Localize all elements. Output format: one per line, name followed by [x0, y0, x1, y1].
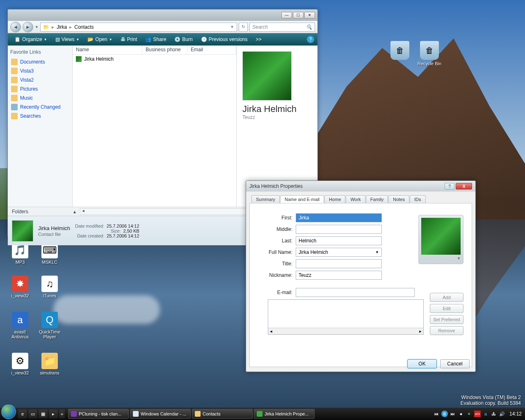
first-name-field[interactable]	[296, 213, 382, 222]
desktop-icon-mp3[interactable]: 🎵MP3	[6, 242, 34, 265]
ql-desktop[interactable]: ▭	[28, 409, 37, 418]
taskbar-clock[interactable]: 14:12	[509, 411, 522, 417]
address-bar[interactable]: 📁 ▸ Jirka ▸ Contacts ▼	[40, 23, 237, 32]
windows-watermark: Windows Vista (TM) Beta 2 Evaluation cop…	[461, 395, 521, 406]
email-pref-button[interactable]: Set Preferred	[430, 315, 463, 324]
back-button[interactable]: ◄	[10, 22, 21, 32]
contact-item[interactable]: Jirka Helmich	[73, 55, 236, 64]
breadcrumb-root[interactable]: Jirka	[57, 24, 67, 30]
tray-icon2[interactable]: ✶	[466, 411, 472, 417]
desktop-icon-itunes[interactable]: ♫iTunes	[35, 276, 64, 298]
start-button[interactable]	[1, 404, 16, 419]
desktop-icon-avast[interactable]: aavast! Antivirus	[6, 312, 34, 339]
cancel-button[interactable]: Cancel	[440, 359, 470, 368]
minimize-button[interactable]: —	[281, 12, 292, 18]
favlink-documents[interactable]: Documents	[10, 57, 70, 66]
email-list[interactable]: ◄►	[268, 299, 424, 335]
cmd-previous[interactable]: 🕓 Previous versions	[198, 35, 251, 43]
email-field[interactable]	[296, 288, 415, 297]
folder-icon: 📁	[43, 24, 49, 30]
desktop-icon-quicktime[interactable]: QQuickTime Player	[35, 312, 64, 339]
contact-picture	[242, 51, 292, 100]
middle-name-field[interactable]	[296, 225, 382, 234]
breadcrumb-folder[interactable]: Contacts	[74, 24, 94, 30]
tab-family[interactable]: Family	[366, 195, 388, 203]
tray-media-next[interactable]: ⏭	[450, 411, 456, 417]
taskbar-properties[interactable]: Jirka Helmich Prope...	[254, 409, 315, 419]
email-add-button[interactable]: Add	[430, 293, 463, 302]
nav-pane: Favorite Links Documents Vista3 Vista2 P…	[8, 46, 73, 207]
tray-volume[interactable]: 🔊	[499, 411, 505, 417]
ql-media[interactable]: ▸	[49, 409, 58, 418]
cmd-share[interactable]: 👥 Share	[142, 35, 169, 43]
tab-notes[interactable]: Notes	[388, 195, 409, 203]
dialog-title: Jirka Helmich Properties	[249, 183, 303, 189]
email-edit-button[interactable]: Edit	[430, 304, 463, 313]
ql-ie[interactable]: e	[18, 409, 27, 418]
file-list: Name Business phone Email Jirka Helmich	[73, 46, 237, 207]
cmd-organize[interactable]: 📋 Organize ▼	[11, 35, 50, 43]
help-icon[interactable]: ?	[307, 36, 314, 43]
favlink-music[interactable]: Music	[10, 94, 70, 103]
refresh-button[interactable]: ↻	[239, 23, 248, 32]
desktop-icon-msklc[interactable]: ⌨MSKLC	[35, 242, 64, 265]
desktop-icon-simutrans[interactable]: 📁simutrans	[35, 353, 64, 375]
email-remove-button[interactable]: Remove	[430, 326, 463, 335]
tab-work[interactable]: Work	[346, 195, 365, 203]
cmd-print[interactable]: 🖶 Print	[117, 35, 141, 43]
explorer-titlebar[interactable]: — ☐ ✕	[8, 9, 317, 21]
column-email[interactable]: Email	[187, 46, 236, 54]
tray-media-play[interactable]: ⏸	[441, 411, 448, 417]
tab-summary[interactable]: Summary	[251, 195, 280, 203]
search-input[interactable]: Search 🔍	[249, 23, 315, 32]
desktop-icon-iview[interactable]: ✸i_view32	[6, 276, 34, 298]
favlink-vista2[interactable]: Vista2	[10, 75, 70, 84]
ql-more[interactable]: »	[59, 409, 65, 418]
forward-button[interactable]: ►	[23, 22, 33, 32]
ql-switch[interactable]: ▦	[39, 409, 48, 418]
command-bar: 📋 Organize ▼ ▤ Views ▼ 📂 Open ▼ 🖶 Print …	[8, 33, 317, 46]
desktop-icon-iview2[interactable]: ⚙i_view32	[6, 353, 34, 375]
nickname-field[interactable]	[296, 271, 382, 280]
cmd-open[interactable]: 📂 Open ▼	[84, 35, 115, 43]
dialog-close-button[interactable]: X	[456, 183, 472, 189]
tray-avast[interactable]: a	[482, 411, 489, 417]
tab-name-email[interactable]: Name and E-mail	[280, 195, 324, 203]
taskbar-contacts[interactable]: Contacts	[192, 409, 253, 419]
system-tray: ⏮ ⏸ ⏭ ● ✶ ATI a 🖧 🔊 14:12	[433, 411, 525, 417]
tray-network[interactable]: 🖧	[491, 411, 497, 417]
cmd-burn[interactable]: 💿 Burn	[171, 35, 196, 43]
ok-button[interactable]: OK	[407, 359, 437, 368]
dialog-help-button[interactable]: ?	[445, 183, 454, 189]
column-phone[interactable]: Business phone	[142, 46, 187, 54]
tab-ids[interactable]: IDs	[410, 195, 426, 203]
taskbar-calendar[interactable]: Windows Calendar - ...	[130, 409, 191, 419]
favlink-vista3[interactable]: Vista3	[10, 66, 70, 75]
column-name[interactable]: Name	[73, 46, 142, 54]
cmd-overflow[interactable]: >>	[252, 35, 265, 43]
contact-name: Jirka Helmich	[242, 104, 312, 114]
desktop-icon-recycle2[interactable]: 🗑Recycle Bin	[415, 41, 444, 66]
folders-toggle[interactable]: Folders	[12, 209, 28, 215]
properties-dialog: Jirka Helmich Properties ? X Summary Nam…	[246, 180, 476, 372]
tray-icon1[interactable]: ●	[458, 411, 464, 417]
full-name-combo[interactable]: Jirka Helmich▼	[296, 248, 382, 257]
tray-media-prev[interactable]: ⏮	[433, 411, 440, 417]
last-name-field[interactable]	[296, 236, 382, 245]
close-button[interactable]: ✕	[304, 12, 315, 18]
favlink-recent[interactable]: Recently Changed	[10, 103, 70, 112]
maximize-button[interactable]: ☐	[293, 12, 304, 18]
favlink-pictures[interactable]: Pictures	[10, 84, 70, 94]
details-thumbnail	[12, 220, 33, 242]
favlink-searches[interactable]: Searches	[10, 112, 70, 121]
cmd-views[interactable]: ▤ Views ▼	[52, 35, 83, 43]
desktop-icon-recycle1[interactable]: 🗑	[386, 41, 414, 61]
dialog-titlebar[interactable]: Jirka Helmich Properties ? X	[246, 181, 475, 192]
title-field[interactable]	[296, 259, 382, 268]
contact-picture-button[interactable]: ▼	[418, 215, 463, 264]
contact-nickname: Teuzz	[242, 114, 312, 120]
taskbar-pctuning[interactable]: PCtuning - tisk clan...	[68, 409, 129, 419]
tab-home[interactable]: Home	[324, 195, 345, 203]
folders-chevron-icon[interactable]: ▴	[73, 209, 76, 215]
tray-ati[interactable]: ATI	[474, 411, 481, 417]
